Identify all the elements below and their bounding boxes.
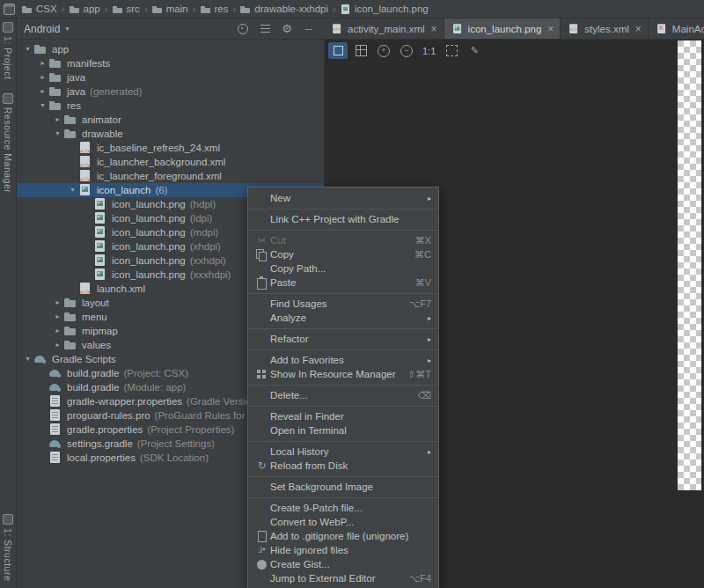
expand-arrow-icon[interactable]: ▸ xyxy=(37,70,48,85)
tool-window-button[interactable]: Resource Manager xyxy=(3,93,13,193)
breadcrumb-item[interactable]: src xyxy=(111,4,142,14)
tree-row[interactable]: ic_baseline_refresh_24.xml xyxy=(17,141,324,155)
tree-row[interactable]: ▸animator xyxy=(17,113,324,127)
zoom-ratio-button[interactable]: 1:1 xyxy=(420,46,438,56)
menu-item[interactable]: Find Usages⌥F7 xyxy=(248,297,438,311)
tree-item-label: animator xyxy=(82,113,121,127)
menu-item[interactable]: ✂Cut⌘X xyxy=(248,233,438,247)
menu-item[interactable]: Jump to External Editor⌥F4 xyxy=(248,571,438,585)
menu-item[interactable]: Refactor▸ xyxy=(248,332,438,346)
menu-item[interactable]: Show In Resource Manager⇧⌘T xyxy=(248,367,438,381)
breadcrumb-item[interactable]: icon_launch.png xyxy=(339,4,430,14)
menu-item-label: Jump to External Editor xyxy=(270,573,376,584)
zoom-in-button[interactable]: + xyxy=(374,42,393,59)
breadcrumb-item[interactable]: res xyxy=(199,4,231,14)
tree-row[interactable]: ic_launcher_background.xml xyxy=(17,155,324,169)
editor-tab[interactable]: icon_launch.png× xyxy=(444,18,561,39)
menu-item[interactable]: New▸ xyxy=(248,191,438,205)
editor-tab[interactable]: MainActivity.kt× xyxy=(649,18,704,39)
tree-item-label: java xyxy=(67,85,85,99)
settings-button[interactable]: ⚙ xyxy=(281,23,293,35)
tool-window-button[interactable]: 1: Structure xyxy=(3,514,13,581)
tree-item-label: build.gradle xyxy=(67,366,119,380)
expand-arrow-icon[interactable]: ▸ xyxy=(52,324,63,338)
menu-item[interactable]: Delete...⌫ xyxy=(248,388,438,402)
file-xml-icon xyxy=(78,170,92,182)
chevron-right-icon: › xyxy=(105,4,108,14)
frame-button[interactable] xyxy=(442,42,461,59)
menu-item[interactable]: Paste⌘V xyxy=(248,276,438,290)
close-icon[interactable]: × xyxy=(635,23,642,35)
zoom-out-button[interactable]: − xyxy=(397,42,416,59)
eyedropper-button[interactable]: ✎ xyxy=(465,42,484,59)
menu-item-label: Analyze xyxy=(270,312,306,323)
file-xml-icon xyxy=(78,283,92,295)
menu-item[interactable]: Add to Favorites▸ xyxy=(248,353,438,367)
menu-item[interactable]: .i*Hide ignored files xyxy=(248,543,438,557)
menu-item-label: Link C++ Project with Gradle xyxy=(270,214,399,224)
expand-arrow-icon[interactable]: ▸ xyxy=(52,338,63,352)
menu-item[interactable]: Open in Terminal xyxy=(248,423,438,437)
breadcrumb-item[interactable]: main xyxy=(150,4,190,14)
expand-arrow-icon[interactable]: ▸ xyxy=(52,310,63,324)
cut-icon: ✂ xyxy=(253,234,270,247)
menu-item[interactable]: Copy⌘C xyxy=(248,247,438,261)
tree-item-label: manifests xyxy=(67,56,110,70)
menu-separator xyxy=(248,406,438,407)
view-selector[interactable]: Android ▾ xyxy=(16,18,77,39)
tree-row[interactable]: ▾res xyxy=(17,99,324,113)
grid-toggle-button[interactable] xyxy=(351,42,370,59)
menu-separator xyxy=(248,497,438,498)
tree-item-label: settings.gradle xyxy=(67,437,133,451)
tree-row[interactable]: ▾drawable xyxy=(17,127,324,141)
hide-panel-button[interactable]: ─ xyxy=(303,23,315,35)
locate-file-button[interactable] xyxy=(237,23,249,35)
breadcrumb-item[interactable]: app xyxy=(68,4,102,14)
file-icon xyxy=(341,4,351,14)
breadcrumb-item[interactable]: CSX xyxy=(20,4,59,14)
collapse-arrow-icon[interactable]: ▾ xyxy=(67,183,78,197)
menu-separator xyxy=(248,230,438,231)
menu-item[interactable]: Create Gist... xyxy=(248,557,438,571)
tool-window-label: 1: Project xyxy=(3,36,13,79)
menu-item[interactable]: Create 9-Patch file... xyxy=(248,501,438,515)
menu-item[interactable]: Local History▸ xyxy=(248,445,438,459)
expand-arrow-icon[interactable]: ▸ xyxy=(52,296,63,310)
menu-icon-spacer xyxy=(253,424,270,437)
collapse-all-button[interactable] xyxy=(259,23,271,35)
menu-item[interactable]: Add to .gitignore file (unignore) xyxy=(248,529,438,543)
tree-row[interactable]: ▸java(generated) xyxy=(17,85,324,99)
editor-tab[interactable]: activity_main.xml× xyxy=(324,18,444,39)
menu-item[interactable]: Link C++ Project with Gradle xyxy=(248,212,438,226)
collapse-arrow-icon[interactable]: ▾ xyxy=(22,42,33,56)
collapse-arrow-icon[interactable]: ▾ xyxy=(22,352,33,366)
expand-arrow-icon[interactable]: ▸ xyxy=(37,85,48,99)
expand-arrow-icon[interactable]: ▸ xyxy=(37,56,48,70)
editor-tab[interactable]: styles.xml× xyxy=(561,18,649,39)
tool-window-icon xyxy=(3,22,13,33)
collapse-arrow-icon[interactable]: ▾ xyxy=(52,127,63,141)
tree-row[interactable]: ▸manifests xyxy=(17,56,324,70)
folder-icon xyxy=(70,4,80,14)
close-icon[interactable]: × xyxy=(431,23,437,35)
tree-row[interactable]: ▸java xyxy=(17,70,324,85)
menu-item[interactable]: Copy Path... xyxy=(248,261,438,276)
tree-row[interactable]: ▾app xyxy=(17,42,324,56)
breadcrumb-item[interactable]: drawable-xxhdpi xyxy=(238,4,330,14)
menu-item[interactable]: Reveal in Finder xyxy=(248,409,438,423)
menu-item[interactable]: Convert to WebP... xyxy=(248,515,438,529)
tree-item-label: Gradle Scripts xyxy=(52,352,116,366)
collapse-arrow-icon[interactable]: ▾ xyxy=(37,99,48,113)
tree-item-label: proguard-rules.pro xyxy=(67,408,150,423)
file-kt-icon xyxy=(656,24,667,33)
tree-row[interactable]: ic_launcher_foreground.xml xyxy=(17,169,324,183)
gear-icon: ⚙ xyxy=(282,22,292,35)
tree-item-label: mipmap xyxy=(82,324,118,338)
menu-item[interactable]: ↻Reload from Disk xyxy=(248,459,438,473)
expand-arrow-icon[interactable]: ▸ xyxy=(52,113,63,127)
zoom-to-fit-button[interactable] xyxy=(328,42,348,59)
tool-window-button[interactable]: 1: Project xyxy=(3,22,13,79)
menu-item[interactable]: Set Background Image xyxy=(248,480,438,494)
menu-item[interactable]: Analyze▸ xyxy=(248,311,438,325)
close-icon[interactable]: × xyxy=(547,23,554,35)
